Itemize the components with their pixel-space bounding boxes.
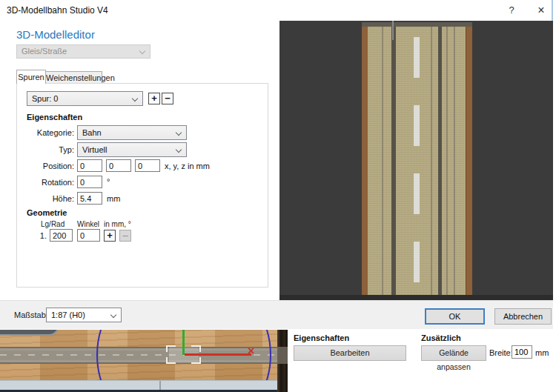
remove-geometry-button: –: [119, 230, 131, 242]
bearbeiten-button[interactable]: Bearbeiten: [294, 345, 406, 361]
massstab-select[interactable]: 1:87 (H0): [46, 308, 122, 322]
col-lgrad: Lg/Rad: [41, 220, 64, 228]
scene-viewport[interactable]: ×: [0, 330, 288, 392]
breite-unit: mm: [535, 348, 549, 357]
help-icon[interactable]: ?: [503, 3, 520, 18]
properties-panel: Eigenschaften Bearbeiten Zusätzlich Gelä…: [288, 330, 556, 392]
hoehe-unit: mm: [107, 194, 120, 203]
dialog-footer: Maßstab: 1:87 (H0) OK Abbrechen: [0, 300, 553, 329]
road-dashed-centerline: [414, 22, 420, 295]
chevron-down-icon: [176, 130, 182, 136]
add-spur-button[interactable]: +: [148, 93, 160, 104]
kategorie-label: Kategorie:: [3, 128, 74, 137]
road-lane-divider: [391, 22, 396, 295]
typ-label: Typ:: [3, 145, 74, 154]
road-stripe: [454, 22, 455, 295]
road-shoulder-left: [362, 22, 368, 295]
model-preview[interactable]: [279, 21, 553, 304]
model-type-select: Gleis/Straße: [16, 44, 150, 59]
road-stripe: [446, 22, 448, 295]
breite-input[interactable]: [512, 345, 532, 359]
window-title: 3D-Modellbahn Studio V4: [7, 5, 108, 16]
tab-spuren[interactable]: Spuren: [16, 70, 46, 84]
ok-button[interactable]: OK: [425, 308, 485, 325]
position-z-input[interactable]: [135, 159, 160, 172]
road-stripe: [382, 22, 383, 295]
selection-corner-icon: [166, 345, 176, 352]
selection-corner-icon: [191, 357, 201, 364]
position-y-input[interactable]: [106, 159, 131, 172]
properties-heading: Eigenschaften: [294, 333, 349, 342]
hoehe-label: Höhe:: [3, 194, 74, 203]
rotation-input[interactable]: [77, 176, 102, 188]
spur-select-value: Spur: 0: [32, 94, 58, 103]
gizmo-axis-green[interactable]: [182, 330, 185, 355]
viewport-front-edge: [0, 380, 288, 390]
spur-select[interactable]: Spur: 0: [27, 91, 143, 106]
position-x-input[interactable]: [77, 159, 102, 172]
massstab-value: 1:87 (H0): [51, 310, 85, 319]
hoehe-input[interactable]: [77, 192, 102, 205]
preview-guide-line: [392, 21, 394, 40]
zusaetzlich-heading: Zusätzlich: [421, 333, 461, 342]
close-icon[interactable]: ×: [533, 3, 549, 18]
remove-spur-button[interactable]: −: [162, 93, 173, 104]
geometrie-heading: Geometrie: [27, 208, 67, 217]
winkel-input[interactable]: [77, 229, 100, 242]
preview-road-model: [362, 22, 472, 295]
model-type-value: Gleis/Straße: [21, 47, 67, 56]
breite-label: Breite:: [489, 348, 513, 357]
rotation-unit: °: [107, 177, 110, 186]
chevron-down-icon: [139, 48, 145, 54]
geometry-row-index: 1.: [36, 231, 47, 240]
kategorie-value: Bahn: [82, 128, 102, 137]
position-unit: x, y, z in mm: [165, 162, 210, 170]
chevron-down-icon: [176, 147, 182, 153]
cancel-button[interactable]: Abbrechen: [494, 308, 552, 325]
selection-corner-icon: [166, 357, 176, 364]
tab-weichenstellungen[interactable]: Weichenstellungen: [46, 71, 102, 84]
road-lane-divider: [438, 22, 442, 295]
selection-corner-icon: [191, 345, 201, 352]
road-shoulder-right: [466, 22, 472, 295]
dialog-heading: 3D-Modelleditor: [16, 28, 95, 41]
add-geometry-button[interactable]: +: [104, 230, 116, 242]
gelaende-anpassen-button[interactable]: Gelände anpassen: [421, 345, 486, 361]
board-side-track-edge: [277, 347, 288, 364]
board-side-edge: [277, 330, 288, 392]
typ-select[interactable]: Virtuell: [77, 142, 187, 157]
typ-value: Virtuell: [82, 145, 107, 154]
col-unit: in mm, °: [104, 220, 131, 228]
rotation-label: Rotation:: [3, 178, 74, 187]
col-winkel: Winkel: [77, 220, 99, 228]
massstab-label: Maßstab:: [14, 310, 48, 319]
road-end-cap: [362, 22, 472, 27]
gizmo-axis-red[interactable]: [185, 353, 251, 356]
model-editor-dialog: 3D-Modellbahn Studio V4 ? × 3D-Modelledi…: [0, 0, 553, 329]
kategorie-select[interactable]: Bahn: [77, 125, 187, 140]
viewport-overlay-corner: [0, 330, 59, 336]
chevron-down-icon: [132, 96, 138, 102]
screen: × Eigenschaften Bearbeiten Zusätzlich Ge…: [0, 0, 556, 392]
road-stripe: [431, 22, 432, 295]
chevron-down-icon: [110, 312, 116, 318]
lgrad-input[interactable]: [50, 229, 73, 242]
titlebar[interactable]: 3D-Modellbahn Studio V4 ? ×: [0, 0, 552, 21]
position-label: Position:: [3, 162, 74, 170]
track-end-x-icon[interactable]: ×: [248, 345, 254, 357]
eigenschaften-heading: Eigenschaften: [27, 113, 82, 122]
